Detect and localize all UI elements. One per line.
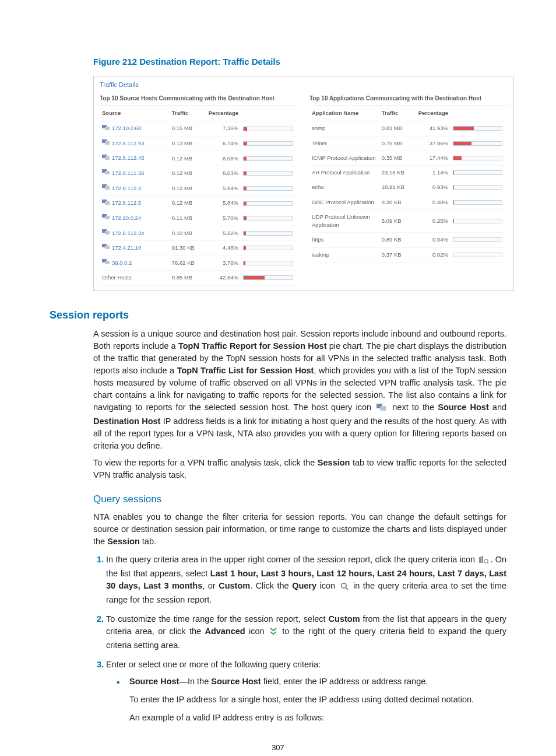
figbox-title: Traffic Details	[94, 76, 513, 91]
pct-bar	[241, 166, 298, 181]
app-name-cell: echo	[309, 180, 379, 195]
bullet-source-host: Source Host—In the Source Host field, en…	[117, 676, 506, 724]
host-icon	[102, 244, 110, 252]
pct-cell: 1.14%	[416, 166, 451, 180]
table-row: echo18.91 KB0.93%	[309, 180, 508, 195]
svg-line-27	[346, 588, 348, 590]
host-icon	[102, 200, 110, 208]
pct-bar	[241, 226, 298, 241]
source-host-link[interactable]: 172.4.21.10	[112, 244, 141, 251]
table-row: UDP Protocol Unknown Application5.09 KB0…	[309, 209, 508, 233]
svg-rect-3	[105, 141, 110, 145]
host-icon	[102, 259, 110, 267]
table-row: 172.4.21.1091.30 KB4.48%	[100, 241, 298, 256]
table-row: 172.8.111.360.12 MB6.03%	[100, 166, 298, 181]
pct-cell: 4.48%	[206, 241, 241, 256]
svg-rect-5	[105, 156, 110, 160]
source-host-link[interactable]: 38.0.0.2	[112, 260, 132, 266]
source-host-link[interactable]: 172.8.112.5	[112, 200, 141, 206]
traffic-cell: 76.62 KB	[170, 256, 206, 271]
svg-rect-21	[381, 406, 386, 411]
left-panel-heading: Top 10 Source Hosts Communicating with t…	[100, 90, 298, 106]
pct-bar	[241, 181, 298, 196]
th-percentage: Percentage	[206, 106, 241, 121]
pct-cell: 5.70%	[206, 211, 241, 226]
steps-list: In the query criteria area in the upper …	[93, 554, 506, 724]
app-name-cell: UDP Protocol Unknown Application	[309, 209, 379, 233]
pct-bar	[451, 233, 508, 247]
app-name-cell: ICMP Protocol Application	[309, 150, 379, 165]
traffic-cell: 8.20 KB	[379, 195, 416, 209]
traffic-cell: 0.13 MB	[170, 136, 206, 151]
pct-cell: 37.86%	[416, 136, 451, 150]
paragraph: NTA enables you to change the filter cri…	[93, 511, 506, 548]
pct-bar	[241, 121, 298, 136]
traffic-cell: 0.11 MB	[170, 211, 206, 226]
source-host-link[interactable]: 172.8.112.2	[112, 185, 141, 191]
pct-cell: 3.76%	[206, 256, 241, 271]
host-icon	[102, 139, 110, 148]
table-row: https0.89 KB0.04%	[309, 233, 508, 247]
pct-bar	[241, 241, 298, 256]
applications-table: Application Name Traffic Percentage snmp…	[309, 106, 508, 262]
pct-bar	[241, 136, 298, 151]
heading-query-sessions: Query sessions	[93, 492, 506, 507]
paragraph: To view the reports for a VPN traffic an…	[93, 457, 506, 481]
step-2: To customize the time range for the sess…	[106, 613, 506, 652]
host-icon	[102, 125, 110, 133]
traffic-cell: 0.12 MB	[170, 196, 206, 211]
traffic-cell: 0.35 MB	[379, 150, 416, 165]
host-icon	[102, 169, 110, 177]
host-icon	[102, 214, 110, 222]
pct-cell: 0.02%	[416, 247, 451, 262]
step-3: Enter or select one or more of the follo…	[106, 659, 506, 724]
pct-bar	[451, 247, 508, 262]
pct-cell: 0.93%	[416, 180, 451, 195]
pct-bar	[451, 166, 508, 180]
traffic-cell: 0.83 MB	[379, 121, 416, 136]
traffic-cell: 0.75 MB	[379, 136, 416, 150]
traffic-cell: 0.12 MB	[170, 166, 206, 181]
source-host-link[interactable]: 172.8.112.93	[112, 140, 144, 146]
pct-cell: 6.03%	[206, 166, 241, 181]
table-row: 172.8.112.340.10 MB5.22%	[100, 226, 298, 241]
pct-bar	[451, 150, 508, 165]
right-panel: Top 10 Applications Communicating with t…	[304, 90, 513, 290]
traffic-cell: 0.12 MB	[170, 181, 206, 196]
th-traffic: Traffic	[379, 106, 416, 121]
pct-cell: 7.36%	[206, 121, 241, 136]
pct-bar	[451, 136, 508, 150]
table-row: 172.8.112.450.12 MB6.08%	[100, 151, 298, 166]
traffic-cell: 0.89 KB	[379, 233, 416, 247]
svg-rect-17	[105, 246, 110, 249]
th-source: Source	[100, 106, 170, 121]
table-row: ICMP Protocol Application0.35 MB17.44%	[309, 150, 508, 165]
source-hosts-table: Source Traffic Percentage 172.10.0.600.1…	[100, 106, 298, 286]
app-name-cell: AH Protocol Application	[309, 166, 379, 180]
right-panel-heading: Top 10 Applications Communicating with t…	[309, 90, 508, 106]
pct-cell: 0.40%	[416, 195, 451, 209]
pct-bar	[451, 121, 508, 136]
traffic-cell: 23.16 KB	[379, 166, 416, 180]
th-percentage: Percentage	[416, 106, 451, 121]
page-number: 307	[50, 742, 506, 754]
source-host-link[interactable]: 172.8.112.45	[112, 155, 144, 161]
svg-rect-23	[481, 556, 483, 563]
host-icon	[102, 155, 110, 163]
source-host-link[interactable]: 172.20.0.24	[112, 215, 141, 221]
th-app-name: Application Name	[309, 106, 379, 121]
pct-bar	[241, 211, 298, 226]
expand-icon	[270, 627, 277, 639]
th-traffic: Traffic	[170, 106, 206, 121]
svg-rect-22	[479, 557, 481, 563]
table-row: 38.0.0.276.62 KB3.76%	[100, 256, 298, 271]
source-host-link[interactable]: 172.8.112.34	[112, 230, 144, 236]
svg-rect-9	[105, 186, 110, 190]
host-icon	[102, 184, 110, 192]
query-criteria-icon	[479, 555, 488, 568]
traffic-cell: 0.15 MB	[170, 121, 206, 136]
source-host-link[interactable]: 172.10.0.60	[112, 125, 141, 131]
pct-bar	[241, 196, 298, 211]
source-host-link[interactable]: 172.8.111.36	[112, 170, 144, 176]
table-row: GRE Protocol Application8.20 KB0.40%	[309, 195, 508, 209]
